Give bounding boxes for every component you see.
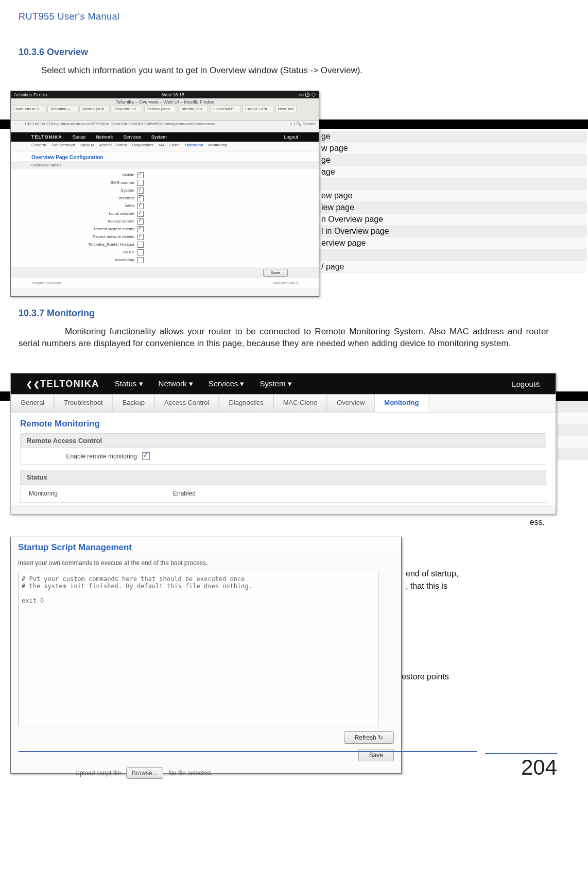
os-form-row: System xyxy=(11,186,319,194)
os-form-row: Local network xyxy=(11,210,319,217)
os-form-row: Teltonika_Router Hotspot xyxy=(11,241,319,248)
mon-status-val: Enabled xyxy=(173,490,196,497)
os-form-row: VRRP xyxy=(11,248,319,256)
os-form-row: Monitoring xyxy=(11,256,319,264)
subnav-access-control[interactable]: Access Control xyxy=(154,395,219,412)
pl-row xyxy=(557,448,588,460)
page: RUT955 User's Manual 10.3.6 Overview Sel… xyxy=(0,0,588,888)
save-button[interactable]: Save xyxy=(263,269,288,277)
logout-button[interactable]: Logout xyxy=(284,134,298,140)
os-tab[interactable]: Samba (smb... xyxy=(144,106,176,112)
subnav-monitoring[interactable]: Monitoring xyxy=(208,143,227,150)
os-footer: Teltonika solutions www.teltonika.lt xyxy=(11,278,319,288)
row-label: Recent network events xyxy=(11,234,137,239)
logo-text: TELTONIKA xyxy=(40,379,99,389)
checkbox-access-control[interactable] xyxy=(137,218,144,225)
pl-row xyxy=(557,401,588,413)
subnav-diagnostics[interactable]: Diagnostics xyxy=(219,395,273,412)
mon-status-head: Status xyxy=(20,470,546,485)
checkbox-system[interactable] xyxy=(137,187,144,194)
browse-button[interactable]: Browse... xyxy=(126,767,163,779)
checkbox-wireless[interactable] xyxy=(137,195,144,201)
subnav-access-control[interactable]: Access Control xyxy=(99,143,127,150)
section-1036-heading: 10.3.6 Overview xyxy=(19,47,547,58)
checkbox-local-network[interactable] xyxy=(137,211,144,217)
subnav-monitoring[interactable]: Monitoring xyxy=(374,395,428,412)
menu-status[interactable]: Status ▾ xyxy=(115,379,143,388)
section-1037-number: 10.3.7 xyxy=(19,308,44,318)
section-1037-title: Monitoring xyxy=(47,308,95,318)
os-tab[interactable]: Samba (soft... xyxy=(79,106,110,112)
os-tab[interactable]: Teltonika – ... xyxy=(47,106,77,112)
doc-header: RUT955 User's Manual xyxy=(19,11,547,22)
pl-row xyxy=(557,413,588,424)
refresh-button[interactable]: Refresh ↻ xyxy=(344,731,394,744)
mon-router-bar: ❮❮TELTONIKA Status ▾ Network ▾ Services … xyxy=(11,373,556,394)
subnav-overview[interactable]: Overview xyxy=(185,143,203,150)
row-label: Recent system events xyxy=(11,227,137,231)
menu-system[interactable]: System xyxy=(151,134,167,140)
os-address-text: 192.168.99.218/cgi-bin/luci/;stok=162275… xyxy=(24,122,215,126)
os-tab[interactable]: [ubuntu] Ho... xyxy=(178,106,208,112)
os-page-title: Overview Page Configuration xyxy=(11,151,319,161)
ssm-buttons-2: Save xyxy=(11,747,401,764)
row-label: Monitoring xyxy=(11,258,137,262)
os-form: Mobile SMS counter System Wireless WAN L… xyxy=(11,169,319,267)
subnav-troubleshoot[interactable]: Troubleshoot xyxy=(51,143,75,150)
os-tab[interactable]: New Tab xyxy=(275,106,297,112)
menu-services[interactable]: Services xyxy=(123,134,141,140)
mon-status-body: Monitoring Enabled xyxy=(20,485,546,503)
os-section-label: Overview Tables xyxy=(11,161,319,169)
os-tab[interactable]: Manuals in D... xyxy=(13,106,45,112)
logout-button[interactable]: Logout⎋ xyxy=(512,380,540,388)
refresh-label: Refresh xyxy=(355,734,376,741)
os-tab[interactable]: Universal Pl... xyxy=(210,106,240,112)
subnav-mac-clone[interactable]: MAC Clone xyxy=(159,143,180,150)
ssm-desc: Insert your own commands to execute at t… xyxy=(11,555,401,571)
menu-system[interactable]: System ▾ xyxy=(260,379,291,388)
mon-page-title: Remote Monitoring xyxy=(20,419,546,429)
row-label: Local network xyxy=(11,211,137,216)
menu-status[interactable]: Status xyxy=(73,134,86,140)
pl-row: iew page xyxy=(319,202,587,214)
checkbox-monitoring[interactable] xyxy=(137,257,144,263)
subnav-backup[interactable]: Backup xyxy=(113,395,154,412)
checkbox-mobile[interactable] xyxy=(137,172,144,178)
menu-network[interactable]: Network ▾ xyxy=(159,379,193,388)
subnav-general[interactable]: General xyxy=(31,143,46,150)
subnav-backup[interactable]: Backup xyxy=(80,143,94,150)
menu-services[interactable]: Services ▾ xyxy=(209,379,245,388)
checkbox-sms-counter[interactable] xyxy=(137,180,144,186)
checkbox-recent-system-events[interactable] xyxy=(137,226,144,232)
ssm-textarea[interactable] xyxy=(18,572,378,726)
os-form-row: Recent network events xyxy=(11,233,319,241)
subnav-overview[interactable]: Overview xyxy=(327,395,374,412)
checkbox-wan[interactable] xyxy=(137,203,144,209)
dropdown-icon: ▾ xyxy=(139,379,143,388)
os-search-label: Search xyxy=(303,122,316,126)
checkbox-enable-remote-monitoring[interactable] xyxy=(142,452,150,460)
pl-row xyxy=(557,436,588,448)
subnav-mac-clone[interactable]: MAC Clone xyxy=(273,395,327,412)
os-window-title: Teltonika – Overview – Web UI – Mozilla … xyxy=(13,99,317,105)
menu-label: Status xyxy=(115,379,137,388)
os-topbar-left: Activities Firefox xyxy=(14,92,48,97)
subnav-troubleshoot[interactable]: Troubleshoot xyxy=(54,395,112,412)
os-tab[interactable]: Enable UPn... xyxy=(243,106,273,112)
ssm-upload-label: Upload script file xyxy=(18,770,121,777)
checkbox-hotspot[interactable] xyxy=(137,242,144,248)
os-firefox-tabs: Teltonika – Overview – Web UI – Mozilla … xyxy=(11,98,319,121)
os-address-bar[interactable]: ← → 192.168.99.218/cgi-bin/luci/;stok=16… xyxy=(11,121,319,132)
menu-label: System xyxy=(260,379,285,388)
ssm-upload-row: Upload script file Browse... No file sel… xyxy=(11,764,401,782)
checkbox-vrrp[interactable] xyxy=(137,249,144,255)
row-label: VRRP xyxy=(11,250,137,254)
subnav-diagnostics[interactable]: Diagnostics xyxy=(132,143,153,150)
os-router-bar: TELTONIKA Status Network Services System… xyxy=(11,132,319,142)
menu-network[interactable]: Network xyxy=(96,134,113,140)
subnav-general[interactable]: General xyxy=(11,395,54,412)
pl-row: n Overview page xyxy=(319,214,587,226)
os-tab[interactable]: How can I c... xyxy=(112,106,142,112)
os-topbar-right: en ⏻ ◯ xyxy=(299,92,316,97)
checkbox-recent-network-events[interactable] xyxy=(137,234,144,240)
